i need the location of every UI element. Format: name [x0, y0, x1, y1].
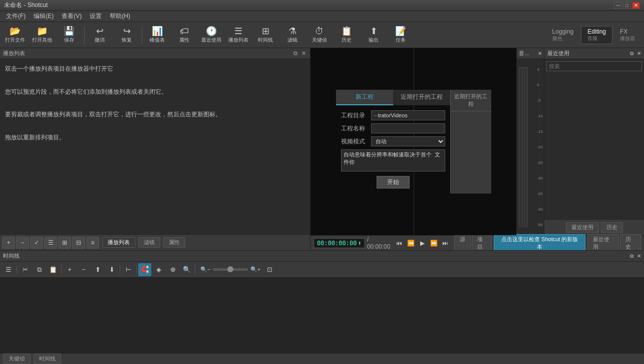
tl-copy-button[interactable]: ⧉: [33, 263, 46, 276]
menu-settings[interactable]: 设置: [86, 11, 106, 22]
timeline-header: 时间线 ⧉ ✕: [0, 251, 644, 262]
tab-keyframe[interactable]: 关键侦: [3, 353, 31, 364]
tl-cut-button[interactable]: ✂: [19, 263, 32, 276]
tl-paste-button[interactable]: 📋: [47, 263, 60, 276]
playlist-float-icon[interactable]: ⧉: [292, 50, 298, 57]
transport-prev[interactable]: ⏪: [406, 238, 416, 248]
tab-timeline[interactable]: 时间线: [34, 353, 61, 364]
toolbar-separator-2: [142, 26, 142, 44]
tab-playlist[interactable]: 播放列表: [102, 237, 135, 248]
recent-close-icon[interactable]: ✕: [637, 51, 641, 56]
player-video-area[interactable]: 新工程 近期打开的工程 工程目录 工程名称: [310, 48, 516, 235]
timecode-display[interactable]: 00:00:00:00 ⬆: [313, 238, 365, 248]
filter-button[interactable]: ⚗ 滤镜: [279, 23, 305, 47]
playlist-close-icon[interactable]: ✕: [300, 50, 307, 57]
zoom-slider[interactable]: [213, 268, 248, 271]
playlist-panel: 播放列表 ⧉ ✕ 双击一个播放列表项目在播放器中打开它 您可以预览片段，而不必将…: [0, 48, 310, 250]
keyframe-button[interactable]: ⏱ 关键侦: [306, 23, 333, 47]
modal-tab-new[interactable]: 新工程: [336, 90, 393, 105]
recent-projects-list: [451, 111, 491, 194]
open-file-button[interactable]: 📂 打开文件: [2, 23, 28, 47]
transport-play[interactable]: ▶: [418, 238, 427, 248]
timeline-float-icon[interactable]: ⧉: [630, 253, 633, 259]
tab-rt-history[interactable]: 历史: [620, 234, 641, 251]
modal-dir-input[interactable]: [371, 110, 445, 120]
playlist-remove-button[interactable]: −: [16, 237, 29, 249]
playlist-grid-button[interactable]: ⊞: [58, 237, 71, 249]
tab-fx[interactable]: FX 播放器: [613, 26, 641, 44]
player-row: 新工程 近期打开的工程 工程目录 工程名称: [310, 48, 644, 235]
modal-left: 新工程 近期打开的工程 工程目录 工程名称: [336, 90, 450, 194]
tl-zoomout-button[interactable]: 🔍−: [199, 263, 212, 276]
tab-properties[interactable]: 属性: [163, 237, 185, 248]
playlist-detail-button[interactable]: ≡: [86, 237, 99, 249]
redo-button[interactable]: ↪ 恢复: [114, 23, 140, 47]
undo-button[interactable]: ↩ 撤消: [87, 23, 113, 47]
jobs-button[interactable]: 📝 任务: [388, 23, 414, 47]
modal-row-name: 工程名称: [341, 123, 445, 133]
main-toolbar: 📂 打开文件 📁 打开其他 💾 保存 ↩ 撤消 ↪ 恢复 📊 峰值表 🏷 属性: [0, 22, 644, 48]
timeline-close-icon[interactable]: ✕: [637, 253, 641, 259]
tab-logging[interactable]: Logging 颜色: [546, 26, 580, 44]
transport-tabs: 源 项目: [454, 234, 492, 251]
timecode-value: 00:00:00:00: [317, 240, 357, 247]
peak-table-button[interactable]: 📊 峰值表: [144, 23, 170, 47]
modal-start-button[interactable]: 开始: [377, 176, 410, 189]
tl-zoomin-button[interactable]: 🔍+: [249, 263, 262, 276]
tab-recent-used[interactable]: 最近使用: [566, 222, 599, 233]
tl-ripple-button[interactable]: ◈: [152, 263, 165, 276]
transport-next[interactable]: ⏩: [429, 238, 439, 248]
modal-tabs: 新工程 近期打开的工程: [336, 90, 450, 105]
playlist-add-button[interactable]: +: [2, 237, 15, 249]
modal-name-input[interactable]: [371, 123, 445, 133]
menu-edit[interactable]: 编辑(E): [30, 11, 58, 22]
recent-title: 最近使用: [547, 50, 569, 57]
transport-first[interactable]: ⏮: [395, 238, 404, 248]
properties-button[interactable]: 🏷 属性: [171, 23, 197, 47]
tl-snap-button[interactable]: 🧲: [138, 263, 151, 276]
recent-panel: 最近使用 ⧉ ✕ 最近使用 历史: [544, 48, 644, 235]
recent-button[interactable]: 🕐 最近使用: [198, 23, 224, 47]
playlist-check-button[interactable]: ✓: [30, 237, 43, 249]
tl-overwrite-button[interactable]: ⬇: [105, 263, 118, 276]
timeline-button[interactable]: ⊞ 时间线: [252, 23, 278, 47]
minimize-button[interactable]: ─: [614, 2, 622, 9]
export-button[interactable]: ⬆ 输出: [361, 23, 387, 47]
save-button[interactable]: 💾 保存: [56, 23, 82, 47]
menu-view[interactable]: 查看(V): [58, 11, 86, 22]
timeline-body[interactable]: [0, 278, 644, 353]
tab-rt-recent[interactable]: 最近使用: [587, 234, 619, 251]
recent-float-icon[interactable]: ⧉: [630, 51, 633, 56]
recent-footer: 最近使用 历史: [544, 219, 644, 235]
modal-mode-select[interactable]: 自动: [371, 136, 445, 146]
tl-menu-button[interactable]: ☰: [2, 263, 15, 276]
playlist-tile-button[interactable]: ⊟: [72, 237, 85, 249]
menu-file[interactable]: 文件(F): [2, 11, 30, 22]
history-button[interactable]: 📋 历史: [334, 23, 360, 47]
audio-close-icon[interactable]: ✕: [538, 51, 542, 56]
tab-filter[interactable]: 滤镜: [138, 237, 160, 248]
close-button[interactable]: ✕: [632, 2, 640, 9]
tab-project[interactable]: 项目: [472, 234, 492, 251]
maximize-button[interactable]: □: [623, 2, 631, 9]
tab-history[interactable]: 历史: [601, 222, 623, 233]
menu-help[interactable]: 帮助(H): [106, 11, 134, 22]
modal-tab-recent[interactable]: 近期打开的工程: [393, 90, 450, 105]
tab-source[interactable]: 源: [454, 234, 471, 251]
playlist-button[interactable]: ☰ 播放列表: [225, 23, 251, 47]
new-project-modal: 新工程 近期打开的工程 工程目录 工程名称: [336, 90, 491, 194]
tl-remove-button[interactable]: −: [77, 263, 90, 276]
update-button[interactable]: 点击这里以检查 Shotcut 的新版本: [494, 234, 585, 251]
tl-rippleall-button[interactable]: ⊕: [166, 263, 179, 276]
playlist-list-button[interactable]: ☰: [44, 237, 57, 249]
tl-scrub-button[interactable]: 🔍: [180, 263, 193, 276]
tab-editing[interactable]: Editing 音频: [581, 26, 612, 44]
search-input[interactable]: [549, 63, 639, 69]
tl-lift-button[interactable]: ⬆: [91, 263, 104, 276]
audio-meter-panel: 音… ✕: [516, 48, 544, 235]
tl-split-button[interactable]: ⊢: [122, 263, 135, 276]
open-other-button[interactable]: 📁 打开其他: [29, 23, 55, 47]
tl-fit-button[interactable]: ⊡: [263, 263, 276, 276]
tl-add-button[interactable]: +: [63, 263, 76, 276]
transport-last[interactable]: ⏭: [441, 238, 450, 248]
